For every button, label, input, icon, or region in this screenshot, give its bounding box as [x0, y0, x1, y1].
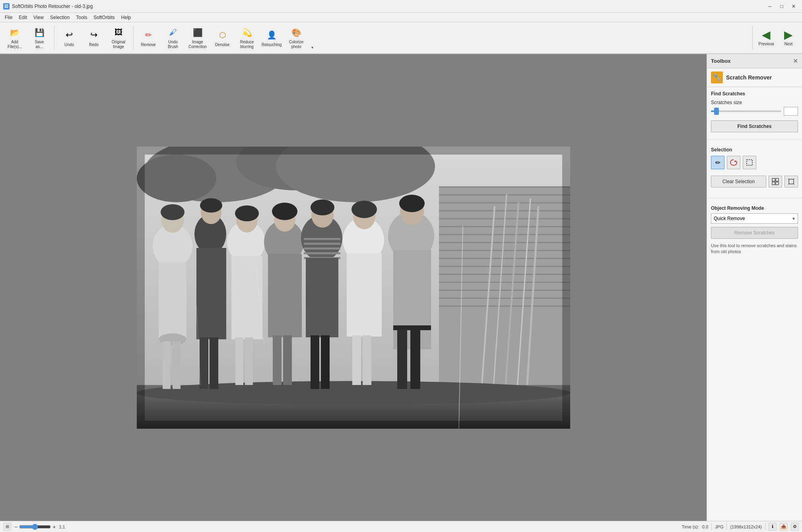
svg-rect-13 — [439, 242, 570, 243]
contract-icon — [788, 178, 795, 185]
svg-rect-12 — [439, 234, 570, 235]
zoom-slider[interactable] — [19, 524, 51, 529]
add-files-button[interactable]: 📂 AddFile(s)... — [3, 24, 26, 51]
status-separator-1 — [711, 523, 712, 530]
remove-button[interactable]: ✏ Remove — [137, 24, 160, 51]
colorize-button[interactable]: 🎨 Colorizephoto — [285, 24, 308, 51]
slider-thumb[interactable] — [714, 108, 719, 115]
svg-point-33 — [161, 204, 184, 220]
maximize-button[interactable]: □ — [777, 2, 787, 10]
remove-label: Remove — [141, 43, 155, 47]
settings-button[interactable]: ⚙ — [791, 523, 799, 531]
toolbox-close-button[interactable]: ✕ — [793, 57, 798, 65]
next-label: Next — [785, 42, 793, 46]
retouching-button[interactable]: 👤 Retouching — [260, 24, 283, 51]
svg-rect-52 — [273, 335, 282, 385]
menu-file[interactable]: File — [2, 14, 16, 21]
toolbox-header: Toolbox ✕ — [707, 54, 802, 68]
svg-rect-9 — [439, 210, 570, 211]
denoise-label: Denoise — [215, 43, 230, 47]
svg-rect-30 — [159, 262, 186, 341]
photo-container — [0, 54, 707, 521]
close-button[interactable]: ✕ — [788, 2, 799, 10]
svg-rect-56 — [304, 243, 340, 245]
remove-scratches-button[interactable]: Remove Scratches — [711, 227, 798, 239]
menu-edit[interactable]: Edit — [16, 14, 30, 21]
find-scratches-button[interactable]: Find Scratches — [711, 120, 798, 132]
lasso-tool-button[interactable] — [727, 156, 740, 169]
svg-rect-34 — [163, 341, 171, 389]
photo-display — [137, 147, 570, 429]
menu-tools[interactable]: Tools — [73, 14, 90, 21]
fit-view-button[interactable]: ⊞ — [3, 523, 11, 531]
zoom-value: 1:1 — [59, 524, 65, 529]
svg-rect-21 — [439, 306, 570, 307]
retouching-label: Retouching — [262, 43, 282, 47]
app-icon: 🖼 — [3, 3, 10, 10]
object-removing-title: Object Removing Mode — [711, 205, 798, 211]
time-value: 0.0 — [702, 524, 708, 529]
canvas-area[interactable] — [0, 54, 707, 521]
colorize-icon: 🎨 — [290, 26, 303, 39]
minimize-button[interactable]: ─ — [765, 2, 775, 10]
svg-rect-87 — [776, 182, 779, 185]
contract-selection-button[interactable] — [785, 176, 798, 188]
divider-1 — [707, 139, 802, 140]
dimensions-label: (1998x1312x24) — [730, 524, 762, 529]
svg-rect-69 — [352, 335, 361, 385]
scratches-size-slider-container — [711, 107, 781, 115]
undo-button[interactable]: ↩ Undo — [58, 24, 81, 51]
scratch-remover-header: 🔧 Scratch Remover — [707, 68, 802, 87]
svg-rect-6 — [439, 186, 570, 188]
rect-select-button[interactable] — [743, 156, 756, 169]
window-controls: ─ □ ✕ — [765, 2, 799, 10]
redo-label: Redo — [89, 43, 99, 47]
menu-softorbits[interactable]: SoftOrbits — [90, 14, 118, 21]
denoise-button[interactable]: ⬡ Denoise — [211, 24, 234, 51]
info-button[interactable]: ℹ — [769, 523, 777, 531]
svg-rect-35 — [173, 341, 181, 389]
previous-icon: ◀ — [762, 29, 771, 41]
scratches-size-value[interactable]: 5 — [784, 107, 798, 116]
main-area: Toolbox ✕ 🔧 Scratch Remover Find Scratch… — [0, 54, 802, 521]
toolbox-title: Toolbox — [711, 58, 731, 64]
svg-rect-37 — [196, 248, 226, 339]
selection-title: Selection — [711, 147, 798, 153]
svg-rect-57 — [304, 248, 340, 250]
svg-rect-8 — [439, 202, 570, 203]
image-correction-button[interactable]: ⬛ ImageCorrection — [186, 24, 209, 51]
menu-view[interactable]: View — [30, 14, 47, 21]
expand-selection-button[interactable] — [769, 176, 782, 188]
svg-point-3 — [137, 155, 216, 202]
save-as-button[interactable]: 💾 Saveas... — [28, 24, 51, 51]
scratches-size-row: 5 — [711, 107, 798, 116]
find-scratches-section: Find Scratches Scratches size 5 Find Scr… — [707, 87, 802, 136]
reduce-blurring-button[interactable]: 💫 Reduceblurring — [235, 24, 258, 51]
svg-rect-60 — [306, 258, 338, 337]
svg-point-68 — [351, 201, 377, 218]
clear-selection-button[interactable]: Clear Selection — [711, 176, 766, 188]
pencil-tool-button[interactable]: ✏ — [711, 156, 724, 169]
redo-button[interactable]: ↪ Redo — [82, 24, 105, 51]
denoise-icon: ⬡ — [216, 29, 229, 41]
previous-button[interactable]: ◀ Previous — [756, 24, 777, 51]
zoom-control: − + — [14, 524, 56, 530]
time-label: Time (s): — [682, 524, 699, 529]
toolbar-separator-3 — [752, 26, 753, 50]
mode-select[interactable]: Quick Remove Inpainting Smart Fill — [711, 213, 798, 224]
next-button[interactable]: ▶ Next — [778, 24, 799, 51]
undo-brush-label: UndoBrush — [168, 40, 178, 49]
svg-rect-86 — [772, 182, 775, 185]
svg-rect-77 — [410, 329, 420, 389]
original-image-button[interactable]: 🖼 OriginalImage — [107, 24, 130, 51]
menu-selection[interactable]: Selection — [47, 14, 73, 21]
share-button[interactable]: 📤 — [780, 523, 788, 531]
undo-brush-button[interactable]: 🖌 UndoBrush — [161, 24, 184, 51]
menu-help[interactable]: Help — [118, 14, 134, 21]
zoom-minus-icon: − — [14, 524, 17, 530]
svg-point-51 — [272, 203, 297, 220]
save-as-icon: 💾 — [33, 26, 46, 39]
more-button[interactable]: ▾ — [309, 24, 315, 51]
svg-point-75 — [399, 195, 425, 212]
svg-rect-76 — [397, 329, 407, 389]
